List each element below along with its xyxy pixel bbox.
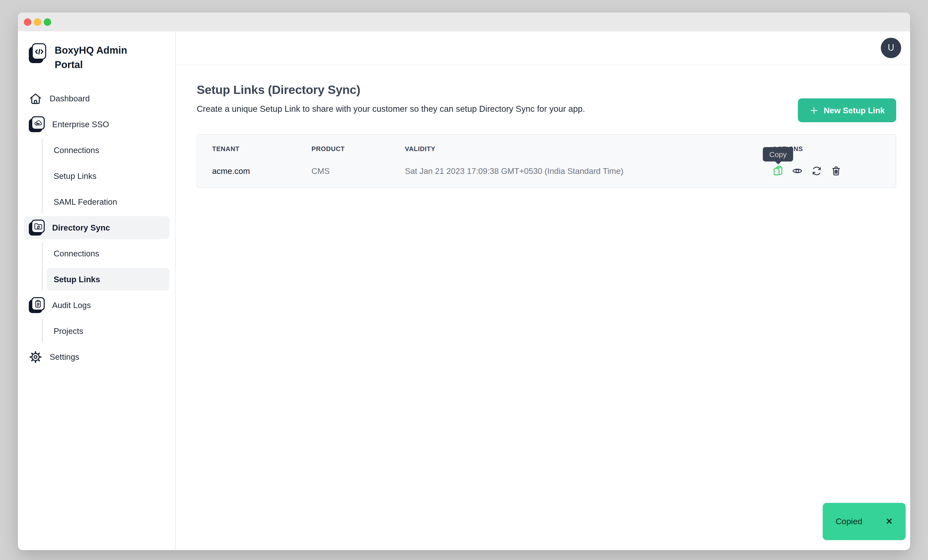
audit-logs-sublist: Projects bbox=[42, 319, 169, 342]
sidebar-item-label: Projects bbox=[53, 326, 83, 336]
setup-links-table: TENANT PRODUCT VALIDITY ACTIONS acme.com… bbox=[197, 134, 896, 188]
sidebar-item-sso-connections[interactable]: Connections bbox=[47, 139, 169, 162]
app-title: BoxyHQ Admin Portal bbox=[55, 43, 134, 72]
main-content: Setup Links (Directory Sync) Create a un… bbox=[176, 65, 910, 550]
app-window: BoxyHQ Admin Portal Dashboard bbox=[18, 12, 910, 550]
row-actions: Copy bbox=[772, 165, 881, 176]
enterprise-sso-sublist: Connections Setup Links SAML Federation bbox=[42, 139, 169, 213]
sidebar-item-label: Enterprise SSO bbox=[52, 119, 109, 129]
directory-sync-sublist: Connections Setup Links bbox=[42, 242, 169, 291]
column-header-product: PRODUCT bbox=[311, 145, 405, 153]
sidebar-item-settings[interactable]: Settings bbox=[24, 345, 169, 368]
window-titlebar bbox=[18, 12, 910, 31]
app-logo[interactable]: BoxyHQ Admin Portal bbox=[24, 41, 169, 72]
cell-validity: Sat Jan 21 2023 17:09:38 GMT+0530 (India… bbox=[405, 166, 772, 175]
user-avatar[interactable]: U bbox=[881, 38, 901, 58]
sidebar-item-label: Dashboard bbox=[50, 94, 90, 103]
folder-sync-icon bbox=[29, 220, 45, 235]
new-setup-link-button[interactable]: New Setup Link bbox=[798, 98, 896, 122]
copy-tooltip: Copy bbox=[763, 147, 793, 162]
cloud-key-icon bbox=[29, 116, 45, 132]
top-header-bar: U bbox=[176, 31, 910, 65]
sidebar-item-projects[interactable]: Projects bbox=[47, 319, 169, 342]
close-icon[interactable]: ✕ bbox=[886, 516, 893, 527]
sidebar-item-dsync-connections[interactable]: Connections bbox=[47, 242, 169, 265]
sidebar-item-label: Setup Links bbox=[53, 275, 100, 284]
sidebar: BoxyHQ Admin Portal Dashboard bbox=[18, 31, 176, 550]
cell-product: CMS bbox=[311, 166, 405, 175]
sidebar-item-label: Connections bbox=[53, 249, 99, 258]
plus-icon bbox=[809, 105, 819, 115]
column-header-validity: VALIDITY bbox=[405, 145, 772, 153]
code-keycap-icon bbox=[29, 43, 47, 63]
view-link-button[interactable] bbox=[792, 165, 803, 176]
screen: BoxyHQ Admin Portal Dashboard bbox=[0, 0, 928, 560]
trash-icon bbox=[830, 165, 841, 176]
eye-icon bbox=[792, 165, 803, 176]
sidebar-item-label: Directory Sync bbox=[52, 223, 110, 232]
clipboard-list-icon bbox=[29, 297, 45, 313]
sidebar-item-dashboard[interactable]: Dashboard bbox=[24, 87, 169, 110]
window-zoom-button[interactable] bbox=[44, 18, 51, 26]
gear-icon bbox=[29, 350, 42, 363]
regenerate-link-button[interactable] bbox=[811, 165, 822, 176]
page-title: Setup Links (Directory Sync) bbox=[197, 83, 896, 97]
copied-toast: Copied ✕ bbox=[823, 503, 906, 540]
sidebar-item-label: Connections bbox=[53, 145, 99, 155]
delete-link-button[interactable] bbox=[830, 165, 841, 176]
refresh-icon bbox=[811, 165, 822, 176]
sidebar-item-dsync-setup-links[interactable]: Setup Links bbox=[47, 268, 169, 291]
table-row: acme.com CMS Sat Jan 21 2023 17:09:38 GM… bbox=[212, 159, 881, 187]
new-setup-link-label: New Setup Link bbox=[824, 105, 885, 115]
sidebar-item-label: Setup Links bbox=[53, 171, 96, 181]
sidebar-nav: Dashboard Enterprise SSO bbox=[24, 87, 169, 368]
page-description: Create a unique Setup Link to share with… bbox=[197, 104, 896, 114]
copy-link-button[interactable]: Copy bbox=[772, 165, 783, 176]
cell-tenant: acme.com bbox=[212, 166, 311, 175]
column-header-tenant: TENANT bbox=[212, 145, 311, 153]
sidebar-item-directory-sync[interactable]: Directory Sync bbox=[24, 216, 169, 239]
sidebar-item-saml-federation[interactable]: SAML Federation bbox=[47, 190, 169, 213]
sidebar-item-enterprise-sso[interactable]: Enterprise SSO bbox=[24, 113, 169, 136]
avatar-letter: U bbox=[888, 43, 894, 53]
window-close-button[interactable] bbox=[24, 18, 31, 26]
sidebar-item-sso-setup-links[interactable]: Setup Links bbox=[47, 165, 169, 187]
home-icon bbox=[29, 92, 42, 105]
toast-message: Copied bbox=[836, 517, 862, 526]
sidebar-item-label: SAML Federation bbox=[53, 197, 117, 206]
sidebar-item-audit-logs[interactable]: Audit Logs bbox=[24, 294, 169, 316]
sidebar-item-label: Audit Logs bbox=[52, 301, 91, 310]
sidebar-item-label: Settings bbox=[50, 352, 79, 362]
window-minimize-button[interactable] bbox=[34, 18, 41, 26]
